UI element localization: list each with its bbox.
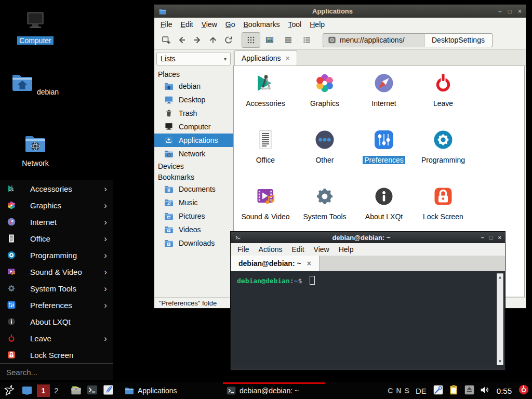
- clock[interactable]: 0:55: [497, 387, 512, 395]
- folder-leave[interactable]: Leave: [414, 69, 473, 124]
- sidebar-item-desktop[interactable]: Desktop: [154, 93, 233, 107]
- menu-search-input[interactable]: Search...: [0, 363, 113, 382]
- tab-close-icon[interactable]: ×: [286, 55, 290, 62]
- chevron-down-icon: ▾: [224, 56, 227, 62]
- terminal-titlebar[interactable]: debian@debian: ~ – □ ×: [231, 232, 505, 243]
- folder-internet[interactable]: Internet: [354, 69, 414, 124]
- folder-other[interactable]: Other: [295, 125, 354, 180]
- task-debian-debian[interactable]: debian@debian: ~: [223, 382, 325, 399]
- folder-office[interactable]: Office: [236, 125, 295, 180]
- menu-item-accessories[interactable]: Accessories›: [0, 180, 113, 197]
- terminal-output[interactable]: debian@debian:~$ ▲ ▼: [231, 271, 505, 367]
- tray-volume[interactable]: [480, 384, 490, 397]
- menu-item-about-lxqt[interactable]: About LXQt: [0, 313, 113, 330]
- sidebar-item-trash[interactable]: Trash: [154, 107, 233, 120]
- fm-menu-help[interactable]: Help: [305, 19, 329, 30]
- fm-menu-view[interactable]: View: [197, 19, 221, 30]
- sidebar-item-music[interactable]: Music: [154, 196, 233, 209]
- menu-item-preferences[interactable]: Preferences›: [0, 297, 113, 313]
- keyboard-layout[interactable]: DE: [416, 387, 427, 395]
- tray-screenshot[interactable]: [433, 384, 444, 397]
- folder-accessories[interactable]: Accessories: [236, 69, 295, 124]
- launcher-featherpad[interactable]: [102, 384, 114, 398]
- sidebar-item-debian[interactable]: debian: [154, 79, 233, 93]
- power-button[interactable]: [518, 384, 529, 397]
- task-applications[interactable]: Applications: [121, 382, 223, 399]
- submenu-chevron-icon: ›: [104, 184, 107, 193]
- path-segment-current[interactable]: menu://applications/: [323, 33, 424, 47]
- shell-prompt: debian@debian:~$: [237, 277, 306, 285]
- terminal-scrollbar[interactable]: ▲ ▼: [497, 273, 503, 365]
- terminal-menu-actions[interactable]: Actions: [254, 244, 287, 255]
- sidebar-item-label: Downloads: [179, 239, 215, 247]
- fm-menu-go[interactable]: Go: [221, 19, 240, 30]
- menu-item-graphics[interactable]: Graphics›: [0, 197, 113, 214]
- folder-about-lxqt[interactable]: About LXQt: [354, 182, 414, 237]
- desktop-icon-computer[interactable]: Computer: [9, 8, 61, 45]
- sidebar-item-downloads[interactable]: Downloads: [154, 236, 233, 250]
- scroll-up-icon[interactable]: ▲: [499, 275, 501, 280]
- toolbar-view-icons-toggle[interactable]: [242, 32, 260, 48]
- menu-item-leave[interactable]: Leave›: [0, 330, 113, 347]
- minimize-icon[interactable]: –: [498, 8, 502, 15]
- menu-item-sound-video[interactable]: Sound & Video›: [0, 263, 113, 280]
- minimize-icon[interactable]: –: [481, 235, 484, 241]
- keyboard-indicator[interactable]: CNS: [388, 387, 409, 395]
- fm-menu-file[interactable]: File: [156, 19, 177, 30]
- fm-menu-edit[interactable]: Edit: [177, 19, 197, 30]
- terminal-tab[interactable]: debian@debian: ~ ×: [231, 256, 320, 271]
- launcher-qterminal[interactable]: [86, 384, 98, 398]
- sidebar-item-applications[interactable]: Applications: [154, 134, 233, 147]
- app-menu-button[interactable]: [3, 384, 17, 398]
- tray-clipboard[interactable]: [448, 384, 459, 397]
- folder-preferences[interactable]: Preferences: [354, 125, 414, 180]
- tab-close-icon[interactable]: ×: [307, 260, 311, 267]
- fm-titlebar[interactable]: Applications – □ ×: [154, 5, 526, 18]
- terminal-menu-view[interactable]: View: [309, 244, 334, 255]
- path-segment-desktopsettings[interactable]: DesktopSettings: [424, 33, 493, 47]
- menu-item-lock-screen[interactable]: Lock Screen: [0, 347, 113, 363]
- sidebar-item-pictures[interactable]: Pictures: [154, 209, 233, 223]
- toolbar-go-back-button[interactable]: [174, 33, 190, 47]
- terminal-menu-file[interactable]: File: [233, 244, 254, 255]
- sidebar-item-documents[interactable]: Documents: [154, 182, 233, 196]
- toolbar-new-tab-button[interactable]: [158, 33, 174, 47]
- toolbar-go-up-button[interactable]: [205, 33, 221, 47]
- folder-system-tools[interactable]: System Tools: [295, 182, 354, 237]
- desktop-icon-network[interactable]: Network: [9, 131, 61, 167]
- workspace-2[interactable]: 2: [50, 384, 63, 397]
- close-icon[interactable]: ×: [518, 8, 522, 15]
- workspace-1[interactable]: 1: [37, 384, 50, 397]
- menu-item-internet[interactable]: Internet›: [0, 214, 113, 230]
- toolbar-view-compact-toggle[interactable]: [298, 32, 316, 48]
- tray-eject[interactable]: [464, 384, 475, 397]
- folder-graphics[interactable]: Graphics: [295, 69, 354, 124]
- menu-item-system-tools[interactable]: System Tools›: [0, 280, 113, 297]
- folder-programming[interactable]: Programming: [414, 125, 473, 180]
- maximize-icon[interactable]: □: [489, 235, 493, 241]
- launcher-file-manager[interactable]: [70, 384, 82, 398]
- sidebar-mode-select[interactable]: Lists ▾: [156, 52, 231, 65]
- toolbar-reload-button[interactable]: [221, 33, 236, 47]
- fm-tab-applications[interactable]: Applications ×: [234, 50, 297, 65]
- terminal-menu-help[interactable]: Help: [334, 244, 358, 255]
- fm-menu-tool[interactable]: Tool: [284, 19, 306, 30]
- folder-lock-screen[interactable]: Lock Screen: [414, 182, 473, 237]
- show-desktop-button[interactable]: [21, 384, 33, 397]
- scroll-down-icon[interactable]: ▼: [499, 359, 501, 364]
- toolbar-view-thumbnails-toggle[interactable]: [260, 32, 279, 48]
- terminal-menu-edit[interactable]: Edit: [287, 244, 309, 255]
- toolbar-go-forward-button[interactable]: [190, 33, 205, 47]
- sidebar-item-computer[interactable]: Computer: [154, 120, 233, 134]
- sidebar-item-network[interactable]: Network: [154, 147, 233, 161]
- menu-item-programming[interactable]: Programming›: [0, 247, 113, 263]
- sidebar-item-videos[interactable]: Videos: [154, 223, 233, 236]
- menu-item-office[interactable]: Office›: [0, 230, 113, 247]
- qterminal-icon: [86, 384, 98, 396]
- folder-sound-video[interactable]: Sound & Video: [236, 182, 295, 237]
- toolbar-view-detailed-toggle[interactable]: [279, 32, 298, 48]
- close-icon[interactable]: ×: [498, 235, 501, 241]
- desktop-icon-debian[interactable]: debian: [9, 70, 61, 96]
- maximize-icon[interactable]: □: [508, 8, 512, 15]
- fm-menu-bookmarks[interactable]: Bookmarks: [240, 19, 284, 30]
